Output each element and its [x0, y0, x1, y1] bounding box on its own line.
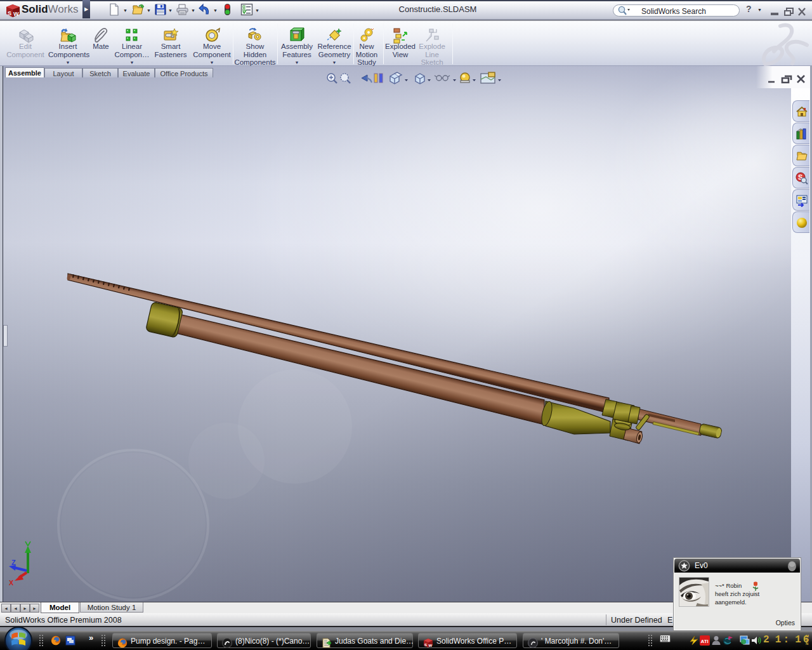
svg-text:S: S [8, 10, 11, 17]
svg-text:Z: Z [11, 559, 16, 566]
svg-text:S: S [424, 643, 427, 647]
svg-text:ATI: ATI [701, 639, 709, 644]
svg-text:W: W [429, 644, 433, 647]
svg-text:W: W [13, 11, 19, 17]
svg-text:X: X [9, 579, 14, 587]
